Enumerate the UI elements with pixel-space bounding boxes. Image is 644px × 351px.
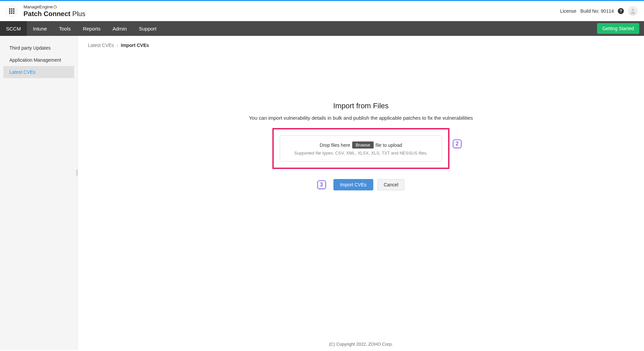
nav-intune[interactable]: Intune xyxy=(27,21,53,36)
breadcrumb-current: Import CVEs xyxy=(121,43,149,48)
sidebar-item-application-management[interactable]: Application Management xyxy=(3,54,74,66)
brand-bottom-light: Plus xyxy=(70,10,85,17)
nav-reports[interactable]: Reports xyxy=(77,21,107,36)
footer-copyright: (C) Copyright 2022, ZOHO Corp. xyxy=(78,342,644,347)
brand-swirl-icon xyxy=(53,5,57,9)
sidebar: Third party Updates Application Manageme… xyxy=(0,36,78,350)
sidebar-item-third-party-updates[interactable]: Third party Updates xyxy=(3,42,74,54)
apps-launcher-button[interactable] xyxy=(6,5,17,17)
nav-admin[interactable]: Admin xyxy=(106,21,133,36)
action-row: 3 Import CVEs Cancel xyxy=(317,179,405,190)
drop-suffix: file to upload xyxy=(376,142,402,148)
brand-top: ManageEngine xyxy=(23,4,53,10)
breadcrumb-parent[interactable]: Latest CVEs xyxy=(88,43,114,48)
file-dropzone[interactable]: Drop files here Browse file to upload Su… xyxy=(280,135,442,162)
body-area: Third party Updates Application Manageme… xyxy=(0,36,644,350)
nav-tools[interactable]: Tools xyxy=(53,21,77,36)
main-nav: SCCM Intune Tools Reports Admin Support … xyxy=(0,21,644,36)
supported-file-types: Supported file types: CSV, XML, XLSX, XL… xyxy=(294,151,428,156)
step-badge-3: 3 xyxy=(317,180,326,189)
brand-bottom-bold: Patch Connect xyxy=(23,10,70,17)
import-subtitle: You can import vulnerability details in … xyxy=(249,115,473,121)
build-number: Build No: 90114 xyxy=(580,8,614,14)
dropzone-highlight: Drop files here Browse file to upload Su… xyxy=(272,128,449,169)
license-link[interactable]: License xyxy=(560,8,576,14)
getting-started-button[interactable]: Getting Started xyxy=(597,23,639,34)
user-avatar[interactable] xyxy=(628,6,638,16)
apps-grid-icon xyxy=(9,8,14,14)
person-icon xyxy=(629,7,637,15)
step-badge-2: 2 xyxy=(453,139,462,148)
app-header: ManageEngine Patch Connect Plus License … xyxy=(0,1,644,21)
nav-support[interactable]: Support xyxy=(133,21,163,36)
help-icon[interactable]: ? xyxy=(618,8,624,14)
breadcrumb: Latest CVEs › Import CVEs xyxy=(88,43,634,48)
chevron-right-icon: › xyxy=(117,43,118,48)
sidebar-item-latest-cves[interactable]: Latest CVEs xyxy=(3,66,74,78)
drop-prefix: Drop files here xyxy=(320,142,350,148)
svg-point-0 xyxy=(632,9,634,11)
browse-button[interactable]: Browse xyxy=(352,141,373,149)
import-section: Import from Files You can import vulnera… xyxy=(88,102,634,190)
nav-sccm[interactable]: SCCM xyxy=(0,21,27,36)
main-content: Latest CVEs › Import CVEs Import from Fi… xyxy=(78,36,644,350)
product-logo: ManageEngine Patch Connect Plus xyxy=(23,4,86,18)
import-cves-button[interactable]: Import CVEs xyxy=(333,179,373,190)
cancel-button[interactable]: Cancel xyxy=(377,179,405,190)
import-title: Import from Files xyxy=(333,102,388,110)
